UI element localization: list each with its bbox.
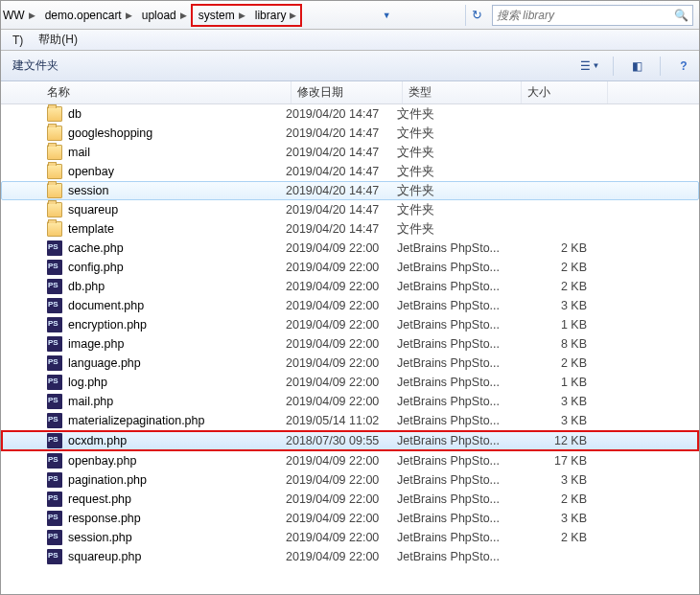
file-type: JetBrains PhpSto... xyxy=(397,473,516,487)
file-name: config.php xyxy=(68,261,286,274)
list-item[interactable]: pagination.php2019/04/09 22:00JetBrains … xyxy=(1,470,699,490)
list-item[interactable]: image.php2019/04/09 22:00JetBrains PhpSt… xyxy=(1,334,699,354)
list-item[interactable]: materializepagination.php2019/05/14 11:0… xyxy=(1,411,699,430)
menu-item[interactable]: T) xyxy=(5,34,31,47)
file-name: encryption.php xyxy=(68,318,286,332)
new-folder-button[interactable]: 建文件夹 xyxy=(7,57,64,74)
list-item[interactable]: openbay.php2019/04/09 22:00JetBrains Php… xyxy=(1,451,699,470)
chevron-right-icon[interactable]: ▶ xyxy=(126,11,132,20)
list-item[interactable]: response.php2019/04/09 22:00JetBrains Ph… xyxy=(1,509,699,528)
file-name: image.php xyxy=(68,337,286,351)
list-item[interactable]: squareup.php2019/04/09 22:00JetBrains Ph… xyxy=(1,547,699,566)
breadcrumb-label: demo.opencart xyxy=(45,9,122,22)
file-type: JetBrains PhpSto... xyxy=(397,318,516,332)
file-type: 文件夹 xyxy=(397,126,516,142)
file-date: 2019/04/20 14:47 xyxy=(286,126,397,140)
file-icon xyxy=(47,355,62,371)
list-item[interactable]: squareup2019/04/20 14:47文件夹 xyxy=(1,200,699,219)
list-item[interactable]: document.php2019/04/09 22:00JetBrains Ph… xyxy=(1,296,699,315)
breadcrumb-item[interactable]: demo.opencart ▶ xyxy=(39,5,136,26)
column-type[interactable]: 类型 xyxy=(403,81,522,103)
list-item[interactable]: db2019/04/20 14:47文件夹 xyxy=(1,104,699,124)
list-item[interactable]: openbay2019/04/20 14:47文件夹 xyxy=(1,162,699,181)
file-type: 文件夹 xyxy=(397,106,516,123)
preview-pane-button[interactable]: ◧ xyxy=(627,57,646,75)
file-date: 2019/04/09 22:00 xyxy=(286,454,397,468)
file-name: squareup.php xyxy=(68,550,286,563)
column-date[interactable]: 修改日期 xyxy=(292,81,403,103)
list-item[interactable]: template2019/04/20 14:47文件夹 xyxy=(1,219,699,239)
file-list[interactable]: db2019/04/20 14:47文件夹googleshopping2019/… xyxy=(1,104,699,595)
file-icon xyxy=(47,298,62,313)
file-type: JetBrains PhpSto... xyxy=(397,356,516,370)
chevron-right-icon[interactable]: ▶ xyxy=(290,11,296,20)
file-date: 2019/04/09 22:00 xyxy=(286,473,397,487)
file-size: 8 KB xyxy=(516,337,602,351)
divider xyxy=(613,57,614,76)
refresh-button[interactable]: ↻ xyxy=(465,5,488,26)
file-icon xyxy=(47,240,62,256)
list-item[interactable]: mail2019/04/20 14:47文件夹 xyxy=(1,143,699,162)
chevron-right-icon[interactable]: ▶ xyxy=(180,11,187,20)
file-name: db.php xyxy=(68,280,286,293)
file-date: 2019/04/09 22:00 xyxy=(286,337,397,351)
folder-icon xyxy=(47,106,62,122)
chevron-right-icon[interactable]: ▶ xyxy=(239,11,245,20)
list-item[interactable]: cache.php2019/04/09 22:00JetBrains PhpSt… xyxy=(1,239,699,258)
file-name: template xyxy=(68,222,286,236)
list-item[interactable]: config.php2019/04/09 22:00JetBrains PhpS… xyxy=(1,258,699,277)
file-date: 2019/04/09 22:00 xyxy=(286,299,397,312)
breadcrumb-item[interactable]: WW ▶ xyxy=(1,5,39,26)
file-type: 文件夹 xyxy=(397,164,516,180)
file-name: language.php xyxy=(68,356,286,370)
list-item[interactable]: db.php2019/04/09 22:00JetBrains PhpSto..… xyxy=(1,277,699,296)
file-size: 2 KB xyxy=(516,531,602,544)
search-box[interactable]: 🔍 xyxy=(492,5,693,26)
list-item[interactable]: request.php2019/04/09 22:00JetBrains Php… xyxy=(1,490,699,509)
breadcrumb-label: WW xyxy=(3,9,25,22)
file-date: 2019/04/09 22:00 xyxy=(286,492,397,506)
folder-icon xyxy=(47,145,62,160)
file-date: 2019/04/09 22:00 xyxy=(286,318,397,332)
file-date: 2019/04/09 22:00 xyxy=(286,376,397,389)
file-type: 文件夹 xyxy=(397,145,516,161)
breadcrumb-item[interactable]: library ▶ xyxy=(249,5,301,26)
list-item[interactable]: session.php2019/04/09 22:00JetBrains Php… xyxy=(1,528,699,547)
breadcrumb-label: upload xyxy=(142,9,176,22)
file-name: mail xyxy=(68,146,286,159)
folder-icon xyxy=(47,183,62,198)
breadcrumb-item[interactable]: system ▶ xyxy=(193,5,249,26)
file-type: JetBrains PhpSto... xyxy=(397,531,516,544)
folder-icon xyxy=(47,221,62,237)
file-date: 2019/04/09 22:00 xyxy=(286,395,397,408)
column-name[interactable]: 名称 xyxy=(1,81,292,103)
menu-item-help[interactable]: 帮助(H) xyxy=(31,32,85,48)
file-name: request.php xyxy=(68,492,286,506)
file-type: JetBrains PhpSto... xyxy=(397,376,516,389)
file-icon xyxy=(47,336,62,352)
list-item[interactable]: googleshopping2019/04/20 14:47文件夹 xyxy=(1,124,699,143)
file-name: session xyxy=(68,184,286,197)
list-item[interactable]: log.php2019/04/09 22:00JetBrains PhpSto.… xyxy=(1,373,699,392)
list-item[interactable]: session2019/04/20 14:47文件夹 xyxy=(1,181,699,200)
column-size[interactable]: 大小 xyxy=(522,81,608,103)
file-icon xyxy=(47,433,62,448)
file-date: 2018/07/30 09:55 xyxy=(286,434,397,447)
list-item[interactable]: language.php2019/04/09 22:00JetBrains Ph… xyxy=(1,354,699,373)
search-input[interactable] xyxy=(497,9,674,22)
dropdown-icon[interactable]: ▼ xyxy=(383,11,391,20)
view-options-button[interactable]: ☰ ▼ xyxy=(580,57,599,75)
menu-bar: T) 帮助(H) xyxy=(1,30,699,51)
file-icon xyxy=(47,549,62,564)
search-icon: 🔍 xyxy=(674,9,688,22)
file-date: 2019/04/09 22:00 xyxy=(286,512,397,525)
list-item[interactable]: ocxdm.php2018/07/30 09:55JetBrains PhpSt… xyxy=(1,430,699,451)
list-item[interactable]: encryption.php2019/04/09 22:00JetBrains … xyxy=(1,315,699,334)
help-button[interactable]: ? xyxy=(674,57,693,75)
breadcrumb-item[interactable]: upload ▶ xyxy=(136,5,191,26)
list-item[interactable]: mail.php2019/04/09 22:00JetBrains PhpSto… xyxy=(1,392,699,411)
file-name: ocxdm.php xyxy=(68,434,286,447)
pane-icon: ◧ xyxy=(632,59,642,73)
file-date: 2019/04/20 14:47 xyxy=(286,184,397,197)
chevron-right-icon[interactable]: ▶ xyxy=(29,11,35,20)
